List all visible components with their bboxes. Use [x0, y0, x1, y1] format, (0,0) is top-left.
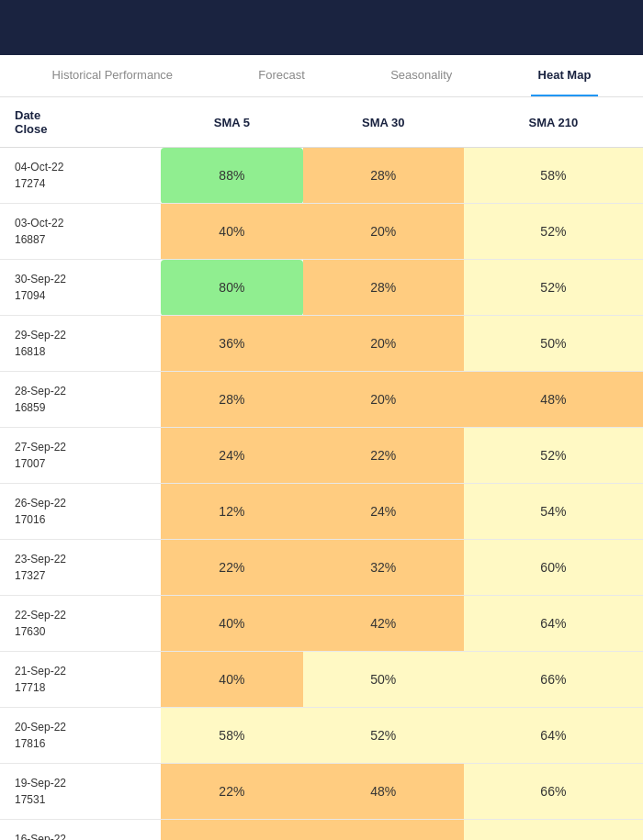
close-value: 17007	[15, 457, 45, 470]
sma5-value: 80%	[219, 280, 244, 295]
table-row: 20-Sep-221781658%52%64%	[0, 708, 643, 764]
table-row: 28-Sep-221685928%20%48%	[0, 372, 643, 428]
date-label: 30-Sep-22	[15, 273, 66, 286]
table-row: 21-Sep-221771840%50%66%	[0, 652, 643, 708]
cell-sma5: 58%	[161, 708, 303, 764]
col-sma210: SMA 210	[464, 97, 643, 148]
col-sma30: SMA 30	[303, 97, 464, 148]
cell-date-close: 26-Sep-2217016	[0, 484, 161, 540]
table-row: 26-Sep-221701612%24%54%	[0, 484, 643, 540]
sma210-value: 64%	[540, 616, 566, 631]
table-row: 27-Sep-221700724%22%52%	[0, 428, 643, 484]
close-value: 17016	[15, 513, 45, 526]
close-value: 17816	[15, 737, 45, 750]
cell-sma5: 80%	[161, 260, 303, 316]
cell-date-close: 19-Sep-2217531	[0, 764, 161, 820]
table-row: 22-Sep-221763040%42%64%	[0, 596, 643, 652]
cell-sma30: 22%	[303, 428, 464, 484]
sma30-value: 20%	[370, 392, 396, 407]
date-label: 26-Sep-22	[15, 497, 66, 510]
sma30-value: 22%	[370, 448, 396, 463]
sma5-value: 58%	[219, 728, 244, 743]
cell-sma30: 48%	[303, 764, 464, 820]
cell-date-close: 20-Sep-2217816	[0, 708, 161, 764]
table-container: DateClose SMA 5 SMA 30 SMA 210 04-Oct-22…	[0, 97, 643, 840]
cell-sma5: 24%	[161, 428, 303, 484]
cell-date-close: 27-Sep-2217007	[0, 428, 161, 484]
sma210-value: 60%	[540, 560, 566, 575]
table-row: 19-Sep-221753122%48%66%	[0, 764, 643, 820]
table-row: 30-Sep-221709480%28%52%	[0, 260, 643, 316]
tab-forecast[interactable]: Forecast	[251, 55, 312, 96]
cell-sma5: 22%	[161, 764, 303, 820]
cell-sma30: 50%	[303, 652, 464, 708]
cell-sma210: 64%	[464, 596, 643, 652]
sma5-value: 40%	[219, 672, 244, 687]
cell-sma210: 66%	[464, 652, 643, 708]
table-header-row: DateClose SMA 5 SMA 30 SMA 210	[0, 97, 643, 148]
close-value: 16818	[15, 345, 45, 358]
cell-date-close: 23-Sep-2217327	[0, 540, 161, 596]
cell-date-close: 16-Sep-2217531	[0, 820, 161, 841]
date-label: 29-Sep-22	[15, 329, 66, 342]
cell-date-close: 03-Oct-2216887	[0, 204, 161, 260]
close-value: 17094	[15, 289, 45, 302]
sma210-value: 50%	[540, 336, 566, 351]
cell-sma5: 28%	[161, 372, 303, 428]
sma210-value: 66%	[540, 784, 566, 799]
table-row: 29-Sep-221681836%20%50%	[0, 316, 643, 372]
date-label: 27-Sep-22	[15, 441, 66, 454]
cell-sma30: 32%	[303, 540, 464, 596]
cell-sma210: 52%	[464, 204, 643, 260]
cell-sma5: 40%	[161, 204, 303, 260]
date-label: 23-Sep-22	[15, 553, 66, 566]
close-value: 17327	[15, 569, 45, 582]
sma30-value: 32%	[370, 560, 396, 575]
sma30-value: 48%	[370, 784, 396, 799]
cell-date-close: 21-Sep-2217718	[0, 652, 161, 708]
cell-sma210: 64%	[464, 708, 643, 764]
cell-sma30: 20%	[303, 372, 464, 428]
sma5-value: 22%	[219, 784, 244, 799]
cell-date-close: 28-Sep-2216859	[0, 372, 161, 428]
sma210-value: 52%	[540, 280, 566, 295]
cell-sma5: 40%	[161, 596, 303, 652]
close-value: 17274	[15, 177, 45, 190]
sma210-value: 58%	[540, 168, 566, 183]
tab-seasonality[interactable]: Seasonality	[383, 55, 459, 96]
cell-sma30: 52%	[303, 708, 464, 764]
cell-sma30: 20%	[303, 204, 464, 260]
sma30-value: 24%	[370, 504, 396, 519]
cell-sma5: 36%	[161, 316, 303, 372]
sma210-value: 52%	[540, 448, 566, 463]
sma210-value: 54%	[540, 504, 566, 519]
date-label: 16-Sep-22	[15, 833, 66, 840]
sma5-value: 40%	[219, 224, 244, 239]
cell-sma210: 58%	[464, 148, 643, 204]
cell-sma5: 12%	[161, 484, 303, 540]
cell-date-close: 04-Oct-2217274	[0, 148, 161, 204]
date-label: 22-Sep-22	[15, 609, 66, 622]
sma5-value: 88%	[219, 168, 244, 183]
col-sma5: SMA 5	[161, 97, 303, 148]
tab-historical-performance[interactable]: Historical Performance	[45, 55, 181, 96]
cell-sma5: 88%	[161, 148, 303, 204]
close-value: 16887	[15, 233, 45, 246]
sma5-value: 24%	[219, 448, 244, 463]
date-label: 28-Sep-22	[15, 385, 66, 398]
sma30-value: 28%	[370, 280, 396, 295]
cell-sma5: 22%	[161, 540, 303, 596]
tab-heat-map[interactable]: Heat Map	[531, 55, 599, 96]
sma30-value: 28%	[370, 168, 396, 183]
cell-sma30: 24%	[303, 484, 464, 540]
cell-sma210: 60%	[464, 540, 643, 596]
close-value: 17718	[15, 681, 45, 694]
sma210-value: 64%	[540, 728, 566, 743]
sma210-value: 48%	[540, 392, 566, 407]
cell-sma5: 8%	[161, 820, 303, 841]
date-label: 21-Sep-22	[15, 665, 66, 678]
header	[0, 0, 643, 55]
date-label: 04-Oct-22	[15, 161, 63, 174]
sma30-value: 52%	[370, 728, 396, 743]
date-label: 20-Sep-22	[15, 721, 66, 734]
